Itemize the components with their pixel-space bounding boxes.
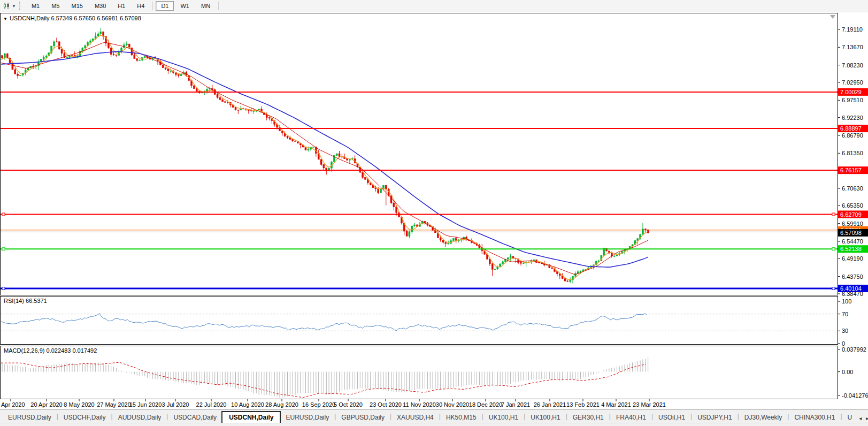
tab-hk50-m15[interactable]: HK50,M15 — [441, 412, 481, 423]
price-tick-label: 6.43750 — [842, 273, 863, 280]
toolbar-grip[interactable] — [19, 2, 22, 10]
candle-body — [43, 57, 44, 59]
timeframe-button-m30[interactable]: M30 — [89, 1, 111, 11]
tab-china300-h1[interactable]: CHINA300,H1 — [789, 412, 840, 423]
candle-body — [136, 59, 138, 60]
macd-value-1: 0.022483 — [46, 347, 71, 354]
candle-body — [295, 141, 296, 141]
date-label: 30 Nov 2020 — [436, 401, 469, 408]
price-line-label: 6.57098 — [840, 230, 862, 236]
timeframe-button-m5[interactable]: M5 — [46, 1, 65, 11]
candle-body — [107, 43, 109, 48]
tab-eurusd-daily[interactable]: EURUSD,Daily — [281, 412, 334, 423]
price-tick-label: 6.49190 — [842, 255, 863, 262]
candle-body — [642, 229, 643, 234]
candle-body — [292, 139, 294, 141]
candle-body — [380, 189, 382, 193]
toolbar-separator — [152, 2, 153, 10]
hline-handle[interactable] — [832, 287, 835, 290]
tab-audusd-daily[interactable]: AUDUSD,Daily — [113, 412, 166, 423]
candle-body — [411, 226, 413, 232]
candle-body — [507, 257, 509, 259]
candle-body — [258, 109, 260, 110]
hline-handle[interactable] — [2, 248, 5, 250]
tab-usdcnh-daily[interactable]: USDCNH,Daily — [221, 411, 281, 423]
candle-body — [97, 34, 99, 36]
candle-body — [217, 94, 218, 97]
price-tick-label: 7.19110 — [842, 26, 863, 33]
candle-body — [494, 269, 496, 270]
tab-fra40-h1[interactable]: FRA40,H1 — [611, 412, 651, 423]
symbol-tabs: EURUSD,Daily|USDCHF,Daily|AUDUSD,Daily|U… — [0, 409, 868, 423]
tab-usdchf-daily[interactable]: USDCHF,Daily — [59, 412, 111, 423]
candle-body — [19, 75, 21, 76]
candle-body — [180, 74, 182, 76]
hline-handle[interactable] — [832, 248, 835, 250]
tab-uk100-h1[interactable]: UK100,H1 — [526, 412, 565, 423]
candle-body — [162, 65, 164, 67]
timeframe-button-h1[interactable]: H1 — [112, 1, 130, 11]
tab-u[interactable]: U — [843, 412, 857, 423]
candle-body — [440, 238, 441, 240]
rsi-tick-label: 70 — [842, 311, 848, 317]
candle-body — [497, 267, 498, 269]
timeframe-button-d1[interactable]: D1 — [156, 1, 174, 11]
candle-body — [58, 42, 60, 49]
price-line-label: 6.62709 — [840, 211, 862, 218]
tab-dj30-weekly[interactable]: DJ30,Weekly — [740, 412, 787, 423]
candle-body — [370, 183, 371, 185]
candle-body — [167, 69, 169, 71]
candle-body — [564, 279, 566, 281]
rsi-title: RSI(14) — [4, 298, 24, 304]
tab-gbpusd-daily[interactable]: GBPUSD,Daily — [336, 412, 389, 423]
tabs-scroll-left-icon[interactable]: ◂ — [859, 415, 862, 421]
tab-uk100-h1[interactable]: UK100,H1 — [484, 412, 523, 423]
macd-panel-frame — [1, 346, 838, 399]
price-tick-label: 6.54470 — [842, 238, 863, 245]
candle-body — [567, 281, 569, 282]
timeframe-button-h4[interactable]: H4 — [132, 1, 150, 11]
candle-body — [556, 272, 558, 274]
candle-body — [134, 55, 135, 59]
candle-body — [287, 136, 288, 138]
tab-usdcad-daily[interactable]: USDCAD,Daily — [168, 412, 221, 423]
candle-body — [14, 70, 16, 74]
candle-body — [393, 203, 395, 207]
hline-handle[interactable] — [2, 287, 5, 290]
macd-value-2: 0.017492 — [72, 347, 97, 354]
chart-type-dropdown-caret[interactable]: ▼ — [12, 4, 16, 9]
tab-ger30-h1[interactable]: GER30,H1 — [568, 412, 609, 423]
candle-body — [196, 89, 197, 92]
tab-eurusd-daily[interactable]: EURUSD,Daily — [3, 412, 56, 423]
candlestick-chart-icon[interactable] — [2, 2, 12, 10]
rsi-value: 66.5371 — [26, 298, 47, 304]
timeframe-button-mn[interactable]: MN — [196, 1, 216, 11]
tab-xauusd-h4[interactable]: XAUUSD,H4 — [392, 412, 439, 423]
chart-area[interactable]: 7.191107.136707.082307.029506.975106.922… — [0, 0, 868, 409]
candle-body — [61, 49, 63, 54]
macd-tick-label: 0.00 — [842, 369, 853, 375]
price-line-label: 6.40104 — [840, 285, 862, 292]
toolbar-separator — [218, 2, 219, 10]
top-toolbar: ▼ M1M5M15M30H1H4D1W1MN — [0, 0, 868, 12]
candle-body — [193, 86, 195, 89]
candle-body — [139, 60, 141, 60]
price-tick-label: 7.13670 — [842, 44, 863, 50]
timeframe-button-m15[interactable]: M15 — [66, 1, 88, 11]
tabs-scroll-right-icon[interactable]: ▸ — [866, 415, 868, 421]
collapse-caret-icon[interactable]: ▼ — [3, 17, 7, 21]
date-label: 15 Jun 2020 — [129, 401, 162, 408]
date-label: 20 Apr 2020 — [30, 401, 62, 408]
timeframe-button-w1[interactable]: W1 — [175, 1, 195, 11]
hline-handle[interactable] — [2, 213, 5, 216]
hline-handle[interactable] — [832, 213, 835, 216]
date-label: 3 Jul 2020 — [162, 401, 189, 408]
date-label: 27 May 2020 — [97, 401, 131, 408]
timeframe-button-m1[interactable]: M1 — [26, 1, 45, 11]
date-label: 28 Aug 2020 — [265, 401, 298, 408]
tab-usdjpy-h1[interactable]: USDJPY,H1 — [693, 412, 736, 423]
candle-body — [2, 56, 3, 58]
price-tick-label: 7.08230 — [842, 62, 863, 69]
tab-usoil-h1[interactable]: USOil,H1 — [654, 412, 690, 423]
candle-body — [378, 189, 379, 193]
